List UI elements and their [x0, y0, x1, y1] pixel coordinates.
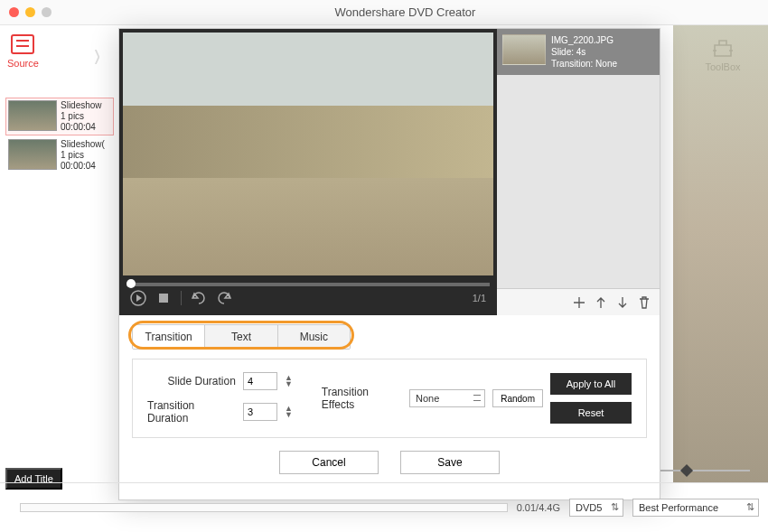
rotate-right-icon[interactable]: [216, 290, 232, 306]
slide-list-item[interactable]: IMG_2200.JPG Slide: 4s Transition: None: [497, 29, 660, 75]
transition-pane: Slide Duration ▲▼ Transition Duration ▲▼…: [132, 359, 647, 438]
stepper-icon[interactable]: ▲▼: [285, 406, 293, 418]
slide-duration-input[interactable]: [243, 372, 277, 390]
rotate-left-icon[interactable]: [191, 290, 207, 306]
slideshow-thumb-icon: [8, 100, 57, 131]
tab-music[interactable]: Music: [278, 325, 350, 349]
slideshow-meta: Slideshow 1 pics 00:00:04: [61, 100, 102, 133]
zoom-slider[interactable]: [660, 470, 759, 471]
minimize-window-icon[interactable]: [25, 7, 35, 17]
transition-duration-input[interactable]: [243, 403, 277, 421]
slideshow-editor-dialog: 1/1 IMG_2200.JPG Slide: 4s Transition: N…: [118, 28, 660, 500]
disc-size-bar: [20, 503, 508, 512]
window-title: Wondershare DVD Creator: [52, 5, 759, 19]
slide-meta: IMG_2200.JPG Slide: 4s Transition: None: [551, 34, 617, 70]
chevron-right-icon: ›: [94, 34, 100, 75]
reset-button[interactable]: Reset: [550, 402, 632, 424]
page-indicator: 1/1: [473, 293, 486, 303]
close-window-icon[interactable]: [9, 7, 19, 17]
step-source[interactable]: Source: [7, 34, 39, 69]
random-button[interactable]: Random: [492, 389, 543, 407]
window-controls: [9, 7, 52, 17]
nav-steps: Source ›: [0, 25, 90, 482]
svg-rect-1: [159, 294, 168, 303]
step-label: Source: [7, 58, 39, 69]
apply-to-all-button[interactable]: Apply to All: [550, 373, 632, 395]
save-button[interactable]: Save: [400, 451, 500, 474]
add-icon[interactable]: [573, 296, 585, 309]
slideshow-item[interactable]: Slideshow( 1 pics 00:00:04: [5, 136, 114, 174]
stop-icon[interactable]: [155, 290, 172, 306]
background-preview: [673, 25, 768, 482]
slide-duration-label: Slide Duration: [168, 375, 236, 387]
move-up-icon[interactable]: [595, 296, 607, 309]
tab-text[interactable]: Text: [205, 325, 277, 349]
transition-effects-label: Transition Effects: [322, 386, 402, 411]
tab-transition[interactable]: Transition: [133, 325, 205, 349]
preview-image: [123, 33, 493, 275]
slideshow-meta: Slideshow( 1 pics 00:00:04: [61, 139, 105, 172]
preview-pane: 1/1: [119, 29, 497, 315]
title-bar: Wondershare DVD Creator: [0, 0, 768, 25]
preview-controls: 1/1: [121, 286, 495, 313]
delete-icon[interactable]: [638, 296, 651, 309]
transition-duration-label: Transition Duration: [147, 399, 236, 425]
disc-type-select[interactable]: DVD5: [569, 499, 623, 517]
zoom-window-icon[interactable]: [42, 7, 52, 17]
slide-thumb-icon: [502, 34, 546, 65]
disc-size-text: 0.01/4.4G: [517, 502, 560, 513]
transition-effects-select[interactable]: None: [409, 389, 485, 407]
timeline[interactable]: [126, 283, 490, 286]
bottom-bar: 0.01/4.4G DVD5 Best Performance: [0, 482, 768, 532]
slideshow-list: Slideshow 1 pics 00:00:04 Slideshow( 1 p…: [5, 98, 114, 174]
slide-list-pane: IMG_2200.JPG Slide: 4s Transition: None: [497, 29, 660, 315]
editor-tabs: Transition Text Music: [132, 324, 351, 350]
separator: [181, 291, 182, 305]
slideshow-thumb-icon: [8, 139, 57, 170]
move-down-icon[interactable]: [616, 296, 629, 309]
slide-list-toolbar: [497, 288, 660, 315]
cancel-button[interactable]: Cancel: [279, 451, 379, 474]
source-icon: [11, 34, 34, 54]
slideshow-item[interactable]: Slideshow 1 pics 00:00:04: [5, 98, 114, 135]
stepper-icon[interactable]: ▲▼: [285, 375, 293, 387]
quality-select[interactable]: Best Performance: [632, 499, 759, 517]
play-icon[interactable]: [130, 290, 146, 306]
timeline-knob-icon[interactable]: [126, 279, 136, 288]
